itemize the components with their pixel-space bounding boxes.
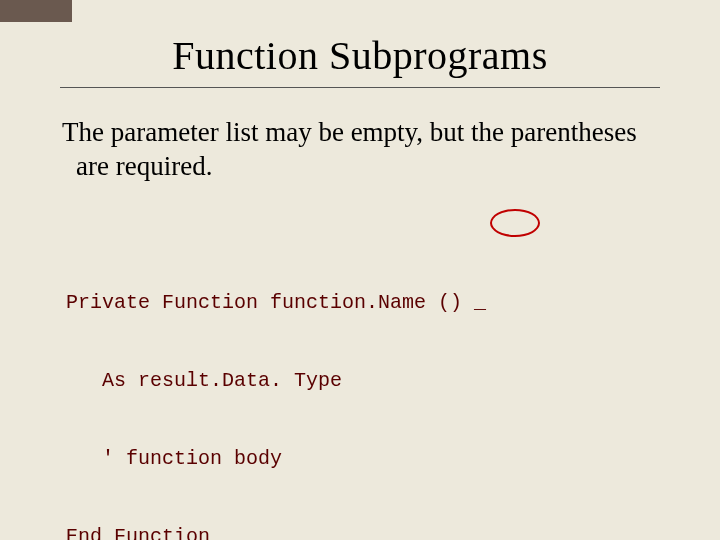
- code-l1-parens: (): [438, 291, 462, 314]
- corner-accent: [0, 0, 72, 22]
- emphasis-oval-icon: [490, 209, 540, 237]
- body-paragraph: The parameter list may be empty, but the…: [60, 116, 660, 184]
- slide-title: Function Subprograms: [60, 32, 660, 79]
- title-rule: [60, 87, 660, 88]
- slide-content: Function Subprograms The parameter list …: [0, 0, 720, 540]
- code-line-4: End Function: [66, 524, 660, 541]
- code-line-3: ' function body: [66, 446, 660, 472]
- code-line-2: As result.Data. Type: [66, 368, 660, 394]
- code-l1-c: _: [462, 291, 486, 314]
- code-line-1: Private Function function.Name () _: [66, 290, 660, 316]
- code-block: Private Function function.Name () _ As r…: [60, 212, 660, 541]
- code-l1-a: Private Function function.Name: [66, 291, 438, 314]
